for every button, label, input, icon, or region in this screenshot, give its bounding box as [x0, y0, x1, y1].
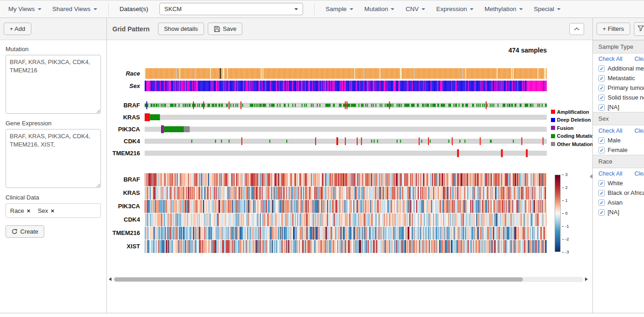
check-all-link[interactable]: Check All	[598, 56, 622, 62]
save-floppy-icon	[214, 26, 220, 32]
refresh-icon	[12, 229, 18, 235]
tmem216-mutation-label: TMEM216	[107, 150, 140, 157]
checkbox-checked-icon: ✓	[598, 104, 605, 111]
legend-item-deep-deletion: Deep Deletion	[551, 116, 592, 124]
menu-my-views-label: My Views	[8, 6, 35, 12]
chevron-down-icon	[519, 8, 523, 10]
expression-genes-input[interactable]: BRAF, KRAS, PIK3CA, CDK4, TMEM216, XIST,	[6, 129, 101, 188]
menu-mutation[interactable]: Mutation	[364, 6, 395, 12]
pik3ca-mutation-label: PIK3CA	[107, 126, 140, 133]
funnel-filter-button[interactable]	[634, 22, 644, 36]
braf-heatmap-row: BRAF	[107, 173, 547, 186]
dataset-select[interactable]: SKCM	[159, 3, 303, 15]
clinical-tag-race-label: Race	[10, 207, 24, 214]
visualization-panel: Grid Pattern Show details Save 474 sampl…	[107, 18, 592, 313]
filter-option-race-na[interactable]: ✓ [NA]	[593, 207, 644, 217]
checkbox-checked-icon: ✓	[598, 200, 605, 206]
braf-mutation-label: BRAF	[107, 102, 140, 109]
chevron-down-icon	[470, 8, 474, 10]
create-button[interactable]: Create	[6, 225, 44, 238]
colorbar-tick: 1	[562, 198, 568, 203]
cdk4-heatmap-track	[145, 213, 547, 226]
menu-special[interactable]: Special	[534, 6, 561, 12]
filter-option-white[interactable]: ✓ White	[593, 178, 644, 188]
coding-mutation-swatch	[551, 134, 555, 138]
menu-my-views[interactable]: My Views	[8, 6, 41, 12]
colorbar-tick: 3	[562, 172, 568, 177]
show-details-button[interactable]: Show details	[158, 23, 204, 35]
filter-option-primary-tumor[interactable]: ✓ Primary tumor	[593, 83, 644, 93]
chevron-down-icon	[350, 8, 353, 10]
collapse-panel-button[interactable]	[569, 23, 584, 35]
check-all-link[interactable]: Check All	[598, 170, 622, 177]
scroll-left-arrow-icon[interactable]	[109, 277, 111, 281]
race-track-row: Race	[107, 68, 547, 79]
page-title: Grid Pattern	[112, 25, 150, 33]
cdk4-heatmap-label: CDK4	[107, 216, 140, 223]
filter-option-black-or-african-american[interactable]: ✓ Black or African American	[593, 188, 644, 198]
clear-link[interactable]: Clear	[634, 170, 644, 177]
checkbox-checked-icon: ✓	[598, 137, 605, 144]
filter-option-solid-tissue-normal[interactable]: ✓ Solid tissue normal	[593, 93, 644, 102]
add-button[interactable]: + Add	[4, 23, 31, 35]
filter-option-sample-type-na[interactable]: ✓ [NA]	[593, 102, 644, 112]
visualization-header: Grid Pattern Show details Save	[107, 18, 592, 40]
clear-link[interactable]: Clear	[634, 56, 644, 62]
colorbar-tick: -3	[562, 250, 569, 254]
pik3ca-heatmap-row: PIK3CA	[107, 200, 547, 213]
race-links: Check All Clear	[593, 168, 644, 178]
mutation-legend: Amplification Deep Deletion Fusion Codin…	[551, 108, 592, 148]
menu-methylation[interactable]: Methylation	[485, 6, 523, 12]
chevron-down-icon	[38, 8, 41, 10]
clinical-tag-sex-label: Sex	[38, 207, 48, 214]
chevron-up-icon	[574, 25, 580, 32]
expression-field-label: Gene Expression	[6, 120, 101, 127]
kras-mutation-row: KRAS	[107, 113, 547, 121]
sex-links: Check All Clear	[593, 125, 644, 135]
filter-option-female[interactable]: ✓ Female	[593, 145, 644, 155]
remove-tag-icon[interactable]: ×	[51, 208, 54, 214]
scrollbar-track[interactable]	[113, 277, 583, 282]
tmem216-heatmap-track	[145, 227, 547, 240]
filter-option-male[interactable]: ✓ Male	[593, 135, 644, 145]
chevron-down-icon	[422, 8, 425, 10]
remove-tag-icon[interactable]: ×	[27, 208, 30, 214]
clinical-tag-race: Race ×	[10, 207, 30, 214]
fusion-swatch	[551, 126, 555, 130]
filter-option-additional-metastatic[interactable]: ✓ Additional metastatic	[593, 64, 644, 73]
mutation-genes-input[interactable]: BRAF, KRAS, PIK3CA, CDK4, TMEM216	[6, 55, 101, 114]
pik3ca-heatmap-track	[145, 200, 547, 213]
race-clinical-track	[145, 68, 547, 79]
tmem216-heatmap-label: TMEM216	[107, 229, 140, 236]
sex-clinical-track	[145, 81, 547, 91]
menu-cnv[interactable]: CNV	[405, 6, 425, 12]
legend-item-coding-mutation: Coding Mutation	[551, 132, 592, 141]
filter-option-asian[interactable]: ✓ Asian	[593, 198, 644, 207]
query-panel-header: + Add	[0, 18, 106, 40]
clinical-data-box[interactable]: Race × Sex ×	[6, 203, 101, 218]
menu-shared-views[interactable]: Shared Views	[53, 6, 97, 12]
braf-mutation-row: BRAF	[107, 101, 547, 109]
filter-group-race-header: Race	[593, 155, 644, 168]
scroll-right-arrow-icon[interactable]	[585, 277, 588, 281]
tmem216-mutation-track	[145, 149, 547, 157]
filters-button[interactable]: + Filters	[597, 23, 630, 35]
filter-option-metastatic[interactable]: ✓ Metastatic	[593, 73, 644, 83]
check-all-link[interactable]: Check All	[598, 128, 622, 134]
dataset-select-value: SKCM	[164, 6, 182, 12]
scrollbar-thumb[interactable]	[114, 277, 523, 282]
clear-link[interactable]: Clear	[634, 128, 644, 134]
filter-group-sex-header: Sex	[593, 112, 644, 125]
menu-sample[interactable]: Sample	[326, 6, 353, 12]
collapse-right-panel-handle[interactable]	[590, 174, 592, 179]
pik3ca-mutation-track	[145, 125, 547, 133]
save-button[interactable]: Save	[208, 23, 243, 35]
chevron-down-icon	[294, 8, 298, 10]
menu-expression[interactable]: Expression	[436, 6, 474, 12]
oncoprint-area: 474 samples Race Sex BRAF KRAS	[107, 40, 592, 313]
sex-track-row: Sex	[107, 80, 547, 91]
amplification-swatch	[551, 110, 555, 114]
pik3ca-mutation-row: PIK3CA	[107, 125, 547, 133]
chevron-down-icon	[391, 8, 394, 10]
kras-heatmap-row: KRAS	[107, 186, 547, 200]
